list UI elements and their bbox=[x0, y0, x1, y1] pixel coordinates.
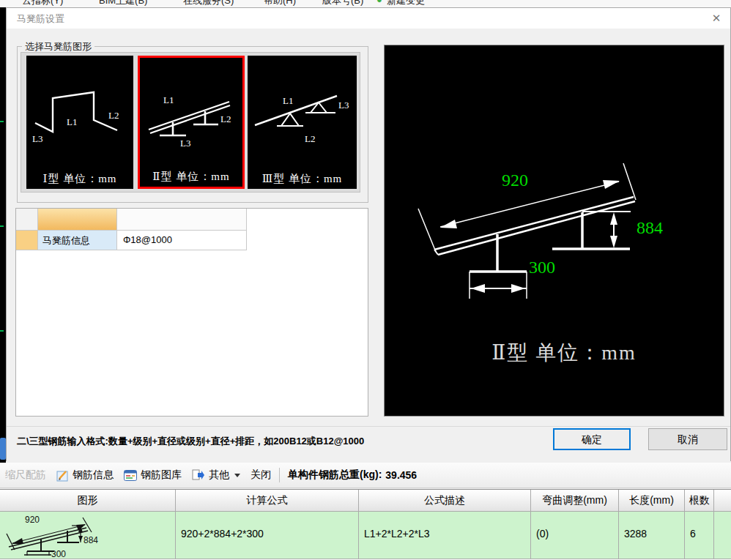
other-label: 其他 bbox=[209, 468, 229, 482]
shape-groupbox: 选择马凳筋图形 L1 L2 L3 Ⅰ型 单位：mm bbox=[17, 46, 368, 203]
tile3-caption: Ⅲ型 单位：mm bbox=[248, 172, 357, 186]
export-arrow-icon bbox=[192, 469, 205, 481]
preview-dim-300: 300 bbox=[529, 258, 555, 277]
table-header-cell[interactable] bbox=[117, 209, 247, 231]
rebar-toolbar: 缩尺配筋 钢筋信息 钢筋图库 其他 bbox=[0, 463, 731, 488]
column-header-count[interactable]: 根数 bbox=[685, 490, 714, 512]
app-menubar: 云指标(Y) BIM土建(B) 在线服务(S) 帮助(H) 版本号(B) 新建变… bbox=[0, 0, 731, 7]
other-menu-button[interactable]: 其他 bbox=[187, 468, 245, 482]
row-shape-drawing: 920 884 300 bbox=[3, 513, 164, 559]
shape-preview-canvas: 920 884 300 Ⅱ型 单位：mm bbox=[384, 45, 724, 417]
preview-drawing: 920 884 300 Ⅱ型 单位：mm bbox=[385, 45, 724, 416]
total-weight-label: 单构件钢筋总重(kg): bbox=[288, 468, 382, 482]
tile-type-1[interactable]: L1 L2 L3 Ⅰ型 单位：mm bbox=[26, 56, 133, 189]
row-marker[interactable] bbox=[16, 231, 38, 250]
column-header-shape[interactable]: 图形 bbox=[0, 490, 176, 512]
tile1-caption: Ⅰ型 单位：mm bbox=[26, 172, 133, 186]
tile1-l1-label: L1 bbox=[67, 116, 77, 127]
preview-caption: Ⅱ型 单位：mm bbox=[491, 341, 637, 364]
pencil-icon bbox=[56, 469, 69, 482]
tile-type-2-selected[interactable]: L1 L2 L3 Ⅱ型 单位：mm bbox=[138, 56, 245, 189]
stool-rebar-dialog: 马凳筋设置 ✕ 选择马凳筋图形 L1 L2 L3 Ⅰ型 单位：mm bbox=[6, 7, 731, 461]
gallery-icon bbox=[124, 470, 137, 481]
total-weight: 单构件钢筋总重(kg): 39.456 bbox=[283, 468, 422, 482]
toolbar-separator bbox=[279, 468, 280, 482]
dialog-title: 马凳筋设置 bbox=[17, 12, 64, 26]
rebar-info-button[interactable]: 钢筋信息 bbox=[51, 468, 119, 482]
rebar-info-panel: 马凳筋信息 Φ18@1000 bbox=[15, 208, 368, 417]
chevron-down-icon bbox=[234, 474, 240, 477]
preview-dim-884: 884 bbox=[637, 218, 663, 237]
preview-dim-920: 920 bbox=[502, 171, 528, 190]
green-dot-icon: ● bbox=[376, 0, 382, 5]
column-header-length[interactable]: 长度(mm) bbox=[619, 490, 685, 512]
column-header-partial bbox=[714, 490, 731, 512]
tile2-l3-label: L3 bbox=[180, 138, 190, 149]
screen: 云指标(Y) BIM土建(B) 在线服务(S) 帮助(H) 版本号(B) 新建变… bbox=[0, 0, 731, 560]
formula-cell: 920+2*884+2*300 bbox=[176, 512, 359, 559]
column-header-formula[interactable]: 计算公式 bbox=[176, 490, 359, 512]
bend-adjust-cell: (0) bbox=[531, 512, 619, 559]
table-header-cell[interactable] bbox=[38, 209, 117, 231]
toolbar-icon-fragment bbox=[0, 438, 6, 460]
tile1-l3-label: L3 bbox=[32, 133, 42, 144]
tile-container: L1 L2 L3 Ⅰ型 单位：mm L1 bbox=[21, 52, 360, 193]
rebar-gallery-label: 钢筋图库 bbox=[141, 468, 182, 482]
scale-rebar-label: 缩尺配筋 bbox=[5, 468, 46, 482]
menu-item[interactable]: 云指标(Y) bbox=[22, 0, 63, 7]
table-header-row: 图形 计算公式 公式描述 弯曲调整(mm) 长度(mm) 根数 bbox=[0, 490, 731, 512]
rebar-info-value-field[interactable]: Φ18@1000 bbox=[117, 231, 247, 250]
total-weight-value: 39.456 bbox=[385, 469, 417, 481]
close-toolbar-button[interactable]: 关闭 bbox=[245, 468, 276, 482]
length-cell: 3288 bbox=[619, 512, 685, 559]
count-cell: 6 bbox=[685, 512, 714, 559]
tile2-l1-label: L1 bbox=[163, 94, 174, 105]
input-format-hint: 二\三型钢筋输入格式:数量+级别+直径或级别+直径+排距，如200B12或B12… bbox=[17, 435, 364, 448]
dialog-titlebar bbox=[7, 8, 730, 29]
tile2-caption: Ⅱ型 单位：mm bbox=[140, 170, 242, 184]
close-label: 关闭 bbox=[251, 468, 271, 482]
tile3-l3-label: L3 bbox=[338, 100, 349, 111]
tile3-l1-label: L1 bbox=[283, 95, 293, 106]
rebar-results-table: 图形 计算公式 公式描述 弯曲调整(mm) 长度(mm) 根数 bbox=[0, 489, 731, 560]
row-shape-dim-920: 920 bbox=[25, 515, 40, 525]
cancel-button[interactable]: 取消 bbox=[648, 428, 727, 450]
close-icon[interactable]: ✕ bbox=[708, 10, 724, 26]
description-cell: L1+2*L2+2*L3 bbox=[359, 512, 531, 559]
shape-cell: 920 884 300 bbox=[0, 512, 176, 559]
ok-button[interactable]: 确定 bbox=[553, 428, 631, 450]
column-header-bend[interactable]: 弯曲调整(mm) bbox=[531, 490, 619, 512]
column-header-description[interactable]: 公式描述 bbox=[359, 490, 531, 512]
dialog-footer: 二\三型钢筋输入格式:数量+级别+直径或级别+直径+排距，如200B12或B12… bbox=[7, 426, 730, 461]
table-row[interactable]: 920 884 300 920+2*884+2*300 L1+2*L2+2*L3… bbox=[0, 512, 731, 559]
tile-type-3[interactable]: L1 L2 L3 Ⅲ型 单位：mm bbox=[248, 56, 357, 189]
menu-item-new-change[interactable]: 新建变更 bbox=[387, 0, 425, 7]
row-shape-dim-884: 884 bbox=[84, 535, 98, 545]
scale-rebar-button[interactable]: 缩尺配筋 bbox=[0, 468, 51, 482]
canvas-green-mark bbox=[0, 330, 4, 332]
table-corner-cell bbox=[16, 209, 38, 231]
menu-item[interactable]: 在线服务(S) bbox=[183, 0, 234, 7]
tile2-l2-label: L2 bbox=[220, 113, 231, 124]
row-shape-dim-300: 300 bbox=[51, 549, 66, 559]
canvas-green-mark bbox=[0, 225, 4, 227]
menu-item[interactable]: 版本号(B) bbox=[322, 0, 363, 7]
canvas-green-mark bbox=[0, 121, 4, 122]
cad-canvas-strip bbox=[0, 7, 6, 463]
menu-item[interactable]: 帮助(H) bbox=[264, 0, 296, 7]
partial-cell bbox=[714, 512, 731, 559]
menu-item[interactable]: BIM土建(B) bbox=[99, 0, 147, 7]
tile3-l2-label: L2 bbox=[305, 133, 315, 144]
rebar-gallery-button[interactable]: 钢筋图库 bbox=[119, 468, 187, 482]
rebar-info-label: 马凳筋信息 bbox=[38, 231, 117, 250]
tile1-l2-label: L2 bbox=[108, 110, 119, 121]
rebar-info-label: 钢筋信息 bbox=[73, 468, 114, 482]
